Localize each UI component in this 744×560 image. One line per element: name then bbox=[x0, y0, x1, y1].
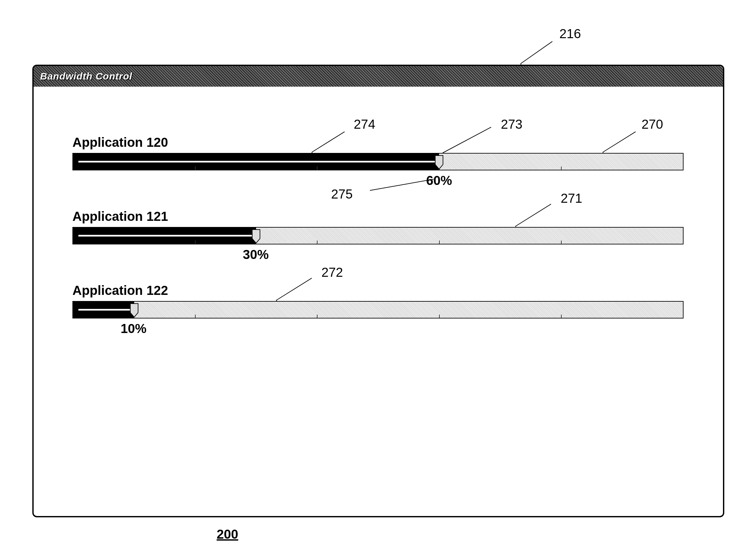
callout-272: 272 bbox=[322, 265, 343, 280]
callout-273: 273 bbox=[501, 117, 522, 132]
slider-handle-icon[interactable] bbox=[435, 155, 444, 170]
slider-handle-icon[interactable] bbox=[252, 229, 261, 244]
slider-handle-icon[interactable] bbox=[129, 303, 139, 318]
slider-value: 60% bbox=[426, 173, 452, 188]
slider-value: 10% bbox=[121, 322, 146, 336]
bandwidth-slider[interactable] bbox=[72, 227, 683, 245]
window-title: Bandwidth Control bbox=[40, 71, 132, 82]
slider-value: 30% bbox=[243, 247, 269, 262]
callout-275: 275 bbox=[331, 187, 353, 201]
slider-row-app-122: Application 122 272 10% bbox=[72, 283, 683, 319]
slider-label: Application 121 bbox=[72, 209, 683, 224]
slider-row-app-121: Application 121 271 30% bbox=[72, 209, 683, 245]
callout-270: 270 bbox=[641, 117, 663, 132]
slider-track bbox=[73, 302, 683, 318]
slider-label: Application 120 bbox=[72, 135, 683, 150]
callout-216: 216 bbox=[559, 27, 581, 41]
window-titlebar: Bandwidth Control bbox=[34, 66, 723, 87]
bandwidth-slider[interactable] bbox=[72, 153, 683, 171]
slider-row-app-120: Application 120 274 273 270 bbox=[72, 135, 683, 171]
figure-id: 200 bbox=[217, 527, 238, 542]
bandwidth-control-window: Bandwidth Control Application 120 274 27… bbox=[32, 65, 724, 517]
slider-label: Application 122 bbox=[72, 283, 683, 298]
callout-271: 271 bbox=[561, 191, 582, 206]
callout-274: 274 bbox=[354, 117, 375, 132]
bandwidth-slider[interactable] bbox=[72, 301, 683, 319]
